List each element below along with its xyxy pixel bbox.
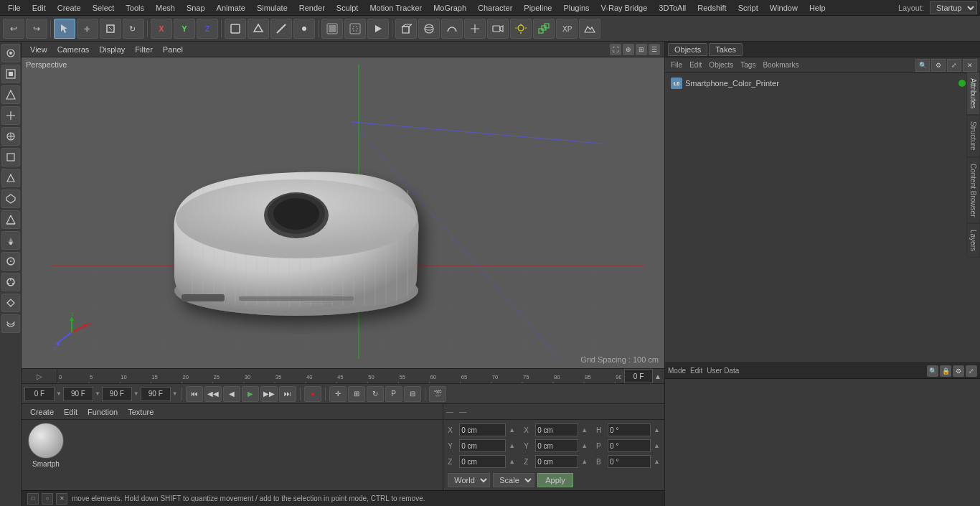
status-icon-3[interactable]: ✕ [56, 493, 67, 505]
attr-search-icon[interactable]: 🔍 [927, 365, 938, 377]
tool-5[interactable] [1, 127, 20, 146]
vp-icon-3[interactable]: ⊞ [636, 44, 647, 55]
object-row-1[interactable]: L0 Smartphone_Color_Printer [668, 76, 977, 90]
objects-toolbar-tags[interactable]: Tags [738, 61, 758, 69]
menu-script[interactable]: Script [733, 2, 763, 14]
vp-menu-view[interactable]: View [26, 44, 52, 55]
polygon-mode-button[interactable] [248, 19, 269, 39]
vp-icon-1[interactable]: ⛶ [610, 44, 621, 55]
coord-z-input[interactable] [459, 455, 506, 468]
objects-search-icon[interactable]: 🔍 [915, 59, 930, 72]
attr-lock-icon[interactable]: 🔒 [940, 365, 951, 377]
undo-button[interactable]: ↩ [3, 19, 24, 39]
point-mode-button[interactable] [293, 19, 315, 39]
objects-close-icon[interactable]: ✕ [963, 59, 977, 72]
menu-edit[interactable]: Edit [27, 2, 51, 14]
tool-2[interactable] [1, 65, 20, 83]
rotate-tool-button[interactable]: ↻ [123, 19, 144, 39]
coord-z-arrow[interactable]: ▲ [509, 458, 515, 465]
objects-toolbar-objects[interactable]: Objects [706, 61, 736, 69]
mat-menu-create[interactable]: Create [26, 406, 58, 418]
attr-menu-edit[interactable]: Edit [690, 367, 702, 375]
menu-sculpt[interactable]: Sculpt [331, 2, 364, 14]
menu-mesh[interactable]: Mesh [151, 2, 180, 14]
nurbs-button[interactable] [418, 19, 440, 39]
record-button[interactable]: ● [304, 386, 321, 402]
coord-h-arrow[interactable]: ▲ [654, 426, 660, 434]
axis-y-button[interactable]: Y [174, 19, 195, 39]
coord-b-input[interactable] [608, 455, 651, 468]
edge-mode-button[interactable] [270, 19, 292, 39]
spline-button[interactable] [441, 19, 463, 39]
menu-simulate[interactable]: Simulate [252, 2, 293, 14]
start-frame-input2[interactable] [102, 387, 132, 401]
menu-create[interactable]: Create [52, 2, 86, 14]
menu-character[interactable]: Character [473, 2, 517, 14]
scene-button[interactable] [579, 19, 600, 39]
render-region-button[interactable] [344, 19, 366, 39]
tool-11[interactable] [1, 252, 20, 271]
menu-pipeline[interactable]: Pipeline [519, 2, 557, 14]
world-select[interactable]: World [448, 473, 490, 487]
mat-menu-edit[interactable]: Edit [60, 406, 82, 418]
coord-z2-arrow[interactable]: ▲ [581, 458, 588, 465]
axis-x-button[interactable]: X [151, 19, 172, 39]
attr-menu-mode[interactable]: Mode [668, 367, 686, 375]
apply-button[interactable]: Apply [537, 473, 573, 487]
scale-tool-button[interactable] [100, 19, 121, 39]
vp-menu-display[interactable]: Display [95, 44, 129, 55]
status-icon-2[interactable]: ○ [42, 493, 53, 505]
objects-tab[interactable]: Objects [668, 43, 707, 56]
tool-13[interactable] [1, 294, 20, 312]
coord-x2-input[interactable] [535, 423, 578, 436]
scale-key-button[interactable]: ⊞ [348, 386, 365, 402]
object-mode-button[interactable] [225, 19, 246, 39]
tool-1[interactable] [1, 44, 20, 62]
scale-select[interactable]: Scale [493, 473, 534, 487]
coord-b-arrow[interactable]: ▲ [654, 458, 660, 465]
vp-icon-4[interactable]: ☰ [649, 44, 660, 55]
timeline-frame-field[interactable] [624, 369, 653, 383]
coord-x2-arrow[interactable]: ▲ [581, 426, 588, 434]
menu-animate[interactable]: Animate [212, 2, 250, 14]
vp-menu-cameras[interactable]: Cameras [53, 44, 94, 55]
coord-y2-arrow[interactable]: ▲ [581, 442, 588, 449]
goto-end-button[interactable]: ⏭ [279, 386, 296, 402]
redo-button[interactable]: ↪ [26, 19, 47, 39]
menu-file[interactable]: File [3, 2, 26, 14]
menu-mograph[interactable]: MoGraph [428, 2, 471, 14]
vtab-layers[interactable]: Layers [966, 223, 980, 258]
coord-p-input[interactable] [608, 439, 651, 452]
menu-window[interactable]: Window [765, 2, 803, 14]
vp-icon-2[interactable]: ⊕ [623, 44, 634, 55]
tool-7[interactable] [1, 169, 20, 187]
tool-8[interactable] [1, 189, 20, 208]
menu-snap[interactable]: Snap [182, 2, 210, 14]
menu-plugins[interactable]: Plugins [558, 2, 594, 14]
status-icon-1[interactable]: □ [27, 493, 39, 505]
menu-select[interactable]: Select [88, 2, 120, 14]
vp-menu-panel[interactable]: Panel [159, 44, 187, 55]
rotate-key-button[interactable]: ↻ [367, 386, 384, 402]
deformer-button[interactable] [464, 19, 486, 39]
objects-settings-icon[interactable]: ⚙ [931, 59, 946, 72]
takes-tab[interactable]: Takes [709, 43, 743, 56]
objects-expand-icon[interactable]: ⤢ [947, 59, 961, 72]
camera-button[interactable] [487, 19, 509, 39]
start-frame-input[interactable] [24, 387, 55, 401]
menu-vray[interactable]: V-Ray Bridge [596, 2, 653, 14]
menu-motion-tracker[interactable]: Motion Tracker [364, 2, 427, 14]
menu-help[interactable]: Help [804, 2, 831, 14]
tool-9[interactable] [1, 210, 20, 229]
tool-10[interactable] [1, 231, 20, 250]
coord-y-arrow[interactable]: ▲ [509, 442, 515, 449]
menu-tools[interactable]: Tools [121, 2, 149, 14]
coord-y2-input[interactable] [535, 439, 578, 452]
play-button[interactable]: ▶ [242, 386, 259, 402]
material-swatch-1[interactable]: Smartph [24, 423, 67, 469]
objects-toolbar-bookmarks[interactable]: Bookmarks [760, 61, 801, 69]
viewport[interactable]: X Y Z Perspective Grid Spacing : 100 cm [22, 57, 664, 368]
objects-toolbar-file[interactable]: File [668, 61, 685, 69]
all-key-button[interactable]: ⊟ [404, 386, 421, 402]
timeline-frame-arrow[interactable]: ▲ [654, 373, 661, 380]
